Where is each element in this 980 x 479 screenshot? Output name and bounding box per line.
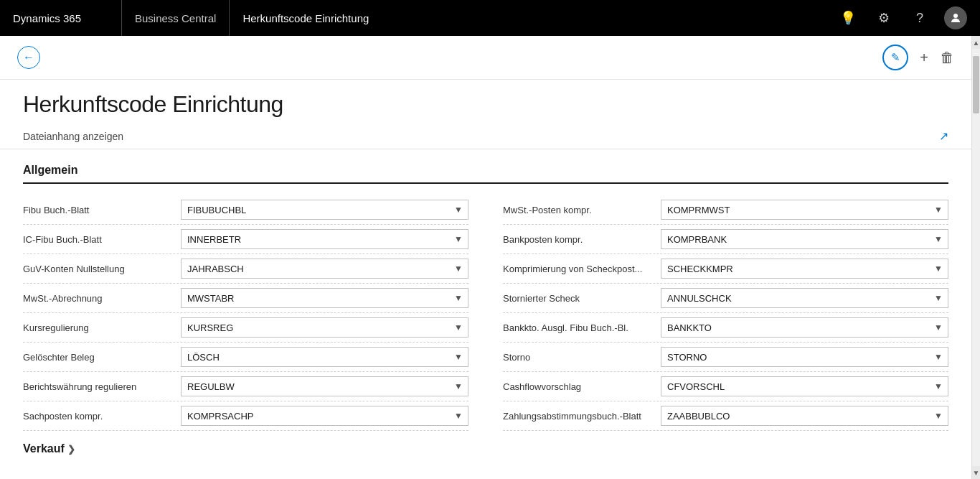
right-scrollbar: ▲ ▼ <box>971 36 980 479</box>
select-wrapper-cashflow: CFVORSCHL ▼ <box>661 376 948 396</box>
select-losch[interactable]: LÖSCH <box>181 347 468 367</box>
scroll-down-button[interactable]: ▼ <box>972 466 980 479</box>
select-wrapper-mwst-posten: KOMPRMWST ▼ <box>661 200 948 220</box>
add-button[interactable]: + <box>920 50 928 66</box>
select-wrapper-guv: JAHRABSCH ▼ <box>181 259 468 279</box>
toolbar: ← ✎ + 🗑 <box>0 36 971 80</box>
select-zahlungsabstimmung[interactable]: ZAABBUBLCO <box>661 406 948 426</box>
top-navigation: Dynamics 365 Business Central Herkunftsc… <box>0 0 980 36</box>
select-mwst[interactable]: MWSTABR <box>181 288 468 308</box>
label-storno: Storno <box>503 352 661 363</box>
select-fibu[interactable]: FIBUBUCHBL <box>181 200 468 220</box>
select-wrapper-storno: STORNO ▼ <box>661 347 948 367</box>
form-row-ic-fibu: IC-Fibu Buch.-Blatt INNERBETR ▼ <box>23 225 468 254</box>
form-row-zahlungsabstimmung: Zahlungsabstimmungsbuch.-Blatt ZAABBUBLC… <box>503 401 948 431</box>
label-kursreg: Kursregulierung <box>23 322 181 333</box>
select-wrapper-sachposten: KOMPRSACHP ▼ <box>181 406 468 426</box>
lightbulb-icon[interactable]: 💡 <box>837 6 859 29</box>
label-ic-fibu: IC-Fibu Buch.-Blatt <box>23 234 181 245</box>
toolbar-actions: ✎ + 🗑 <box>882 45 954 70</box>
business-central-nav[interactable]: Business Central <box>122 0 230 36</box>
label-bankkto: Bankkto. Ausgl. Fibu Buch.-Bl. <box>503 322 661 333</box>
delete-icon: 🗑 <box>940 50 954 66</box>
label-mwst-posten: MwSt.-Posten kompr. <box>503 205 661 215</box>
nav-icons-group: 💡 ⚙ ? <box>824 6 980 29</box>
form-row-scheckpost: Komprimierung von Scheckpost... SCHECKKM… <box>503 254 948 284</box>
label-bericht: Berichtswährung regulieren <box>23 381 181 392</box>
label-fibu: Fibu Buch.-Blatt <box>23 205 181 215</box>
select-kursreg[interactable]: KURSREG <box>181 317 468 338</box>
expand-icon[interactable]: ↗ <box>939 129 948 143</box>
select-wrapper-storn-scheck: ANNULSCHCK ▼ <box>661 288 948 308</box>
verkauf-chevron-icon: ❯ <box>67 444 75 455</box>
select-wrapper-bericht: REGULBW ▼ <box>181 376 468 396</box>
select-wrapper-scheckpost: SCHECKKMPR ▼ <box>661 259 948 279</box>
page-title: Herkunftscode Einrichtung <box>23 91 948 118</box>
form-row-guv: GuV-Konten Nullstellung JAHRABSCH ▼ <box>23 254 468 284</box>
select-storno[interactable]: STORNO <box>661 347 948 367</box>
edit-icon: ✎ <box>891 51 900 64</box>
settings-icon[interactable]: ⚙ <box>872 6 895 29</box>
form-row-sachposten: Sachposten kompr. KOMPRSACHP ▼ <box>23 401 468 431</box>
select-mwst-posten[interactable]: KOMPRMWST <box>661 200 948 220</box>
help-icon[interactable]: ? <box>908 6 931 29</box>
select-ic-fibu[interactable]: INNERBETR <box>181 229 468 249</box>
select-wrapper-zahlungsabstimmung: ZAABBUBLCO ▼ <box>661 406 948 426</box>
form-row-losch: Gelöschter Beleg LÖSCH ▼ <box>23 343 468 372</box>
label-mwst: MwSt.-Abrechnung <box>23 293 181 304</box>
select-storn-scheck[interactable]: ANNULSCHCK <box>661 288 948 308</box>
right-column: MwSt.-Posten kompr. KOMPRMWST ▼ Bankpost… <box>503 195 948 431</box>
add-icon: + <box>920 50 928 66</box>
label-cashflow: Cashflowvorschlag <box>503 381 661 392</box>
label-storn-scheck: Stornierter Scheck <box>503 293 661 304</box>
delete-button[interactable]: 🗑 <box>940 50 954 66</box>
select-wrapper-kursreg: KURSREG ▼ <box>181 317 468 338</box>
form-row-fibu: Fibu Buch.-Blatt FIBUBUCHBL ▼ <box>23 195 468 225</box>
scroll-up-button[interactable]: ▲ <box>972 36 980 49</box>
select-wrapper-bankposten: KOMPRBANK ▼ <box>661 229 948 249</box>
dynamics365-nav[interactable]: Dynamics 365 <box>0 0 122 36</box>
verkauf-label: Verkauf <box>23 442 65 455</box>
page-heading: Herkunftscode Einrichtung <box>0 80 971 124</box>
form-row-cashflow: Cashflowvorschlag CFVORSCHL ▼ <box>503 372 948 401</box>
file-attachment-bar: Dateianhang anzeigen ↗ <box>0 124 971 149</box>
form-row-storno: Storno STORNO ▼ <box>503 343 948 372</box>
left-column: Fibu Buch.-Blatt FIBUBUCHBL ▼ IC-Fibu Bu… <box>23 195 468 431</box>
allgemein-section: Allgemein Fibu Buch.-Blatt FIBUBUCHBL ▼ <box>0 155 971 431</box>
form-row-bankkto: Bankkto. Ausgl. Fibu Buch.-Bl. BANKKTO ▼ <box>503 313 948 343</box>
form-row-kursreg: Kursregulierung KURSREG ▼ <box>23 313 468 343</box>
form-row-storn-scheck: Stornierter Scheck ANNULSCHCK ▼ <box>503 284 948 313</box>
form-row-bankposten: Bankposten kompr. KOMPRBANK ▼ <box>503 225 948 254</box>
select-wrapper-bankkto: BANKKTO ▼ <box>661 317 948 338</box>
select-wrapper-losch: LÖSCH ▼ <box>181 347 468 367</box>
form-row-bericht: Berichtswährung regulieren REGULBW ▼ <box>23 372 468 401</box>
label-bankposten: Bankposten kompr. <box>503 234 661 245</box>
scroll-thumb[interactable] <box>973 56 979 113</box>
file-attachment-label: Dateianhang anzeigen <box>23 131 123 142</box>
select-sachposten[interactable]: KOMPRSACHP <box>181 406 468 426</box>
content-area: ← ✎ + 🗑 Herkunftscode Einrichtung Dateia… <box>0 36 971 479</box>
label-sachposten: Sachposten kompr. <box>23 411 181 422</box>
select-bericht[interactable]: REGULBW <box>181 376 468 396</box>
label-losch: Gelöschter Beleg <box>23 352 181 363</box>
svg-point-0 <box>953 14 958 18</box>
select-wrapper-fibu: FIBUBUCHBL ▼ <box>181 200 468 220</box>
label-guv: GuV-Konten Nullstellung <box>23 264 181 274</box>
form-row-mwst: MwSt.-Abrechnung MWSTABR ▼ <box>23 284 468 313</box>
select-bankkto[interactable]: BANKKTO <box>661 317 948 338</box>
back-button[interactable]: ← <box>17 46 40 69</box>
main-wrapper: ← ✎ + 🗑 Herkunftscode Einrichtung Dateia… <box>0 36 980 479</box>
nav-page-title: Herkunftscode Einrichtung <box>230 12 824 24</box>
label-zahlungsabstimmung: Zahlungsabstimmungsbuch.-Blatt <box>503 411 661 422</box>
allgemein-title: Allgemein <box>23 155 948 184</box>
select-scheckpost[interactable]: SCHECKKMPR <box>661 259 948 279</box>
scroll-track <box>972 49 980 466</box>
user-avatar[interactable] <box>944 6 967 29</box>
select-wrapper-ic-fibu: INNERBETR ▼ <box>181 229 468 249</box>
edit-button[interactable]: ✎ <box>882 45 908 70</box>
select-guv[interactable]: JAHRABSCH <box>181 259 468 279</box>
verkauf-title[interactable]: Verkauf ❯ <box>23 442 948 455</box>
select-cashflow[interactable]: CFVORSCHL <box>661 376 948 396</box>
select-wrapper-mwst: MWSTABR ▼ <box>181 288 468 308</box>
select-bankposten[interactable]: KOMPRBANK <box>661 229 948 249</box>
